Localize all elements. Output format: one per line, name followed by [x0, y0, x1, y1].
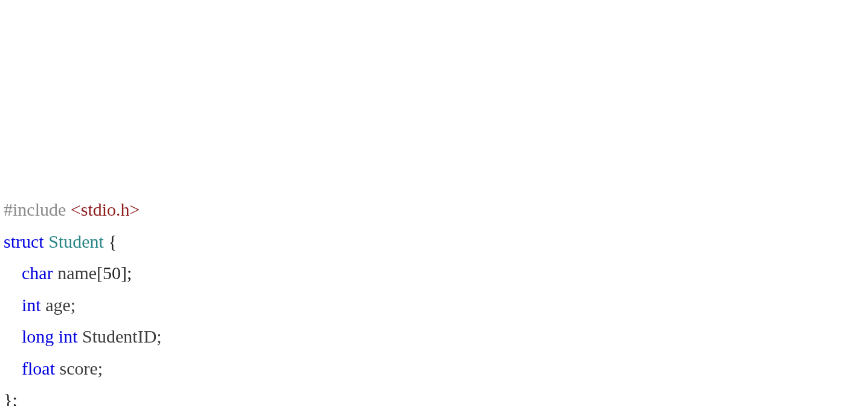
token: [4, 358, 22, 378]
token: Student: [48, 231, 104, 251]
code-line-5: long int StudentID;: [2, 321, 866, 353]
code-line-3: char name[50];: [2, 257, 866, 289]
token: int: [22, 295, 41, 315]
token: float: [22, 358, 55, 378]
token: long: [22, 326, 54, 346]
code-editor: #include <stdio.h>struct Student { char …: [0, 127, 868, 406]
code-line-1: #include <stdio.h>: [2, 194, 866, 226]
token: {: [104, 231, 117, 251]
token: 50: [103, 263, 121, 283]
token: [54, 326, 59, 346]
token: ];: [121, 263, 132, 283]
token: char: [22, 263, 53, 283]
token: [4, 295, 22, 315]
token: [4, 326, 22, 346]
code-line-6: float score;: [2, 353, 866, 385]
code-line-7: };: [2, 384, 866, 406]
token: name[: [53, 263, 103, 283]
code-lines: #include <stdio.h>struct Student { char …: [2, 194, 866, 406]
token: int: [59, 326, 78, 346]
code-line-4: int age;: [2, 289, 866, 321]
code-line-2: struct Student {: [2, 226, 866, 258]
token: struct: [4, 231, 44, 251]
token: <stdio.h>: [71, 199, 140, 219]
token: StudentID;: [78, 326, 162, 346]
token: };: [4, 390, 18, 406]
token: score;: [55, 358, 103, 378]
token: age;: [41, 295, 76, 315]
token: [4, 263, 22, 283]
token: #include: [4, 199, 71, 219]
